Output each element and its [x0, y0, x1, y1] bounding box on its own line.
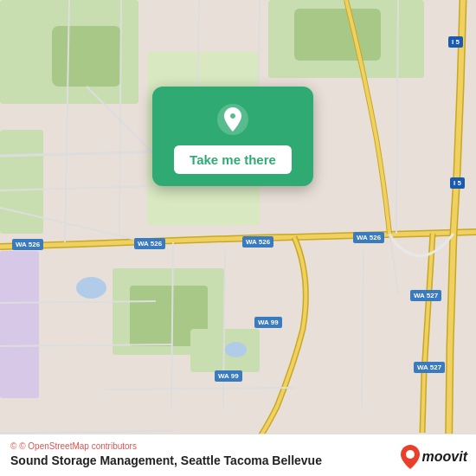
attribution: © © OpenStreetMap contributors — [10, 441, 466, 451]
badge-wa526-3: WA 526 — [242, 236, 273, 248]
popup-card: Take me there — [152, 87, 313, 186]
svg-line-12 — [362, 251, 363, 407]
copyright-symbol: © — [10, 441, 16, 451]
svg-line-14 — [0, 208, 147, 242]
svg-line-0 — [0, 151, 173, 156]
svg-line-7 — [119, 0, 121, 234]
map-container: WA 526 WA 526 WA 526 WA 526 WA 527 WA 52… — [0, 0, 476, 476]
location-pin-icon — [215, 102, 250, 137]
location-name: Sound Storage Management, Seattle Tacoma… — [10, 453, 466, 467]
svg-point-17 — [406, 450, 415, 459]
take-me-there-button[interactable]: Take me there — [174, 145, 292, 174]
svg-line-11 — [223, 251, 225, 407]
svg-line-6 — [65, 0, 69, 242]
svg-line-10 — [171, 242, 173, 407]
badge-wa527-2: WA 527 — [414, 362, 445, 373]
svg-line-13 — [396, 0, 398, 234]
badge-wa527-1: WA 527 — [410, 290, 441, 301]
badge-wa99-1: WA 99 — [254, 317, 282, 328]
badge-wa526-2: WA 526 — [134, 238, 165, 249]
badge-wa99-2: WA 99 — [215, 370, 242, 382]
svg-line-1 — [0, 186, 156, 190]
moovit-brand-text: moovit — [422, 449, 467, 465]
badge-i5-2: I 5 — [450, 177, 465, 189]
moovit-pin-icon — [401, 445, 420, 469]
badge-i5-1: I 5 — [448, 36, 463, 48]
svg-line-3 — [0, 344, 173, 346]
road-svg — [0, 0, 476, 476]
svg-line-4 — [104, 388, 294, 389]
svg-line-8 — [197, 0, 199, 87]
moovit-logo: moovit — [401, 445, 467, 469]
badge-wa526-1: WA 526 — [12, 239, 43, 250]
svg-line-5 — [0, 431, 173, 433]
svg-line-2 — [0, 301, 156, 303]
badge-wa526-4: WA 526 — [353, 232, 384, 243]
